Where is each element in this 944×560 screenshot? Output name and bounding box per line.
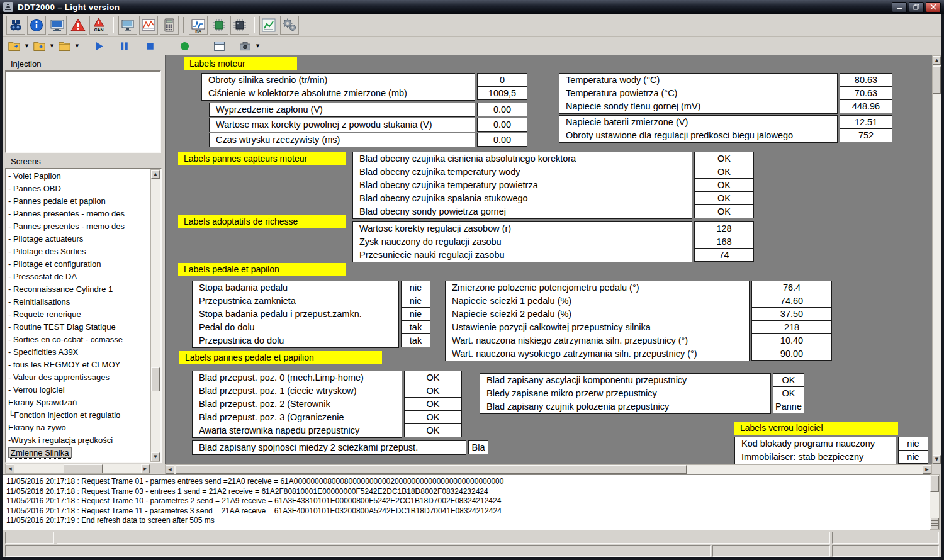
field-value: nie xyxy=(401,307,430,321)
field-value: nie xyxy=(401,281,430,294)
screens-list-item[interactable]: - Pressostat de DA xyxy=(6,271,150,283)
section-label-pedale: Labels pedale et papilon xyxy=(178,263,346,276)
field-value: nie xyxy=(401,294,430,308)
camera-dropdown-icon[interactable]: ▼ xyxy=(254,38,261,53)
scrollbar-thumb[interactable] xyxy=(933,66,941,94)
screen-broadcast-icon[interactable] xyxy=(48,16,67,35)
oscilloscope-icon[interactable] xyxy=(139,16,158,35)
screens-list-item[interactable]: - Verrou logiciel xyxy=(6,384,150,396)
scroll-down-button[interactable]: ▼ xyxy=(151,452,160,461)
log-options-button[interactable] xyxy=(930,518,939,529)
screens-list-item[interactable]: - Pilotage et configuration xyxy=(6,258,150,271)
form-icon[interactable] xyxy=(211,38,227,54)
can-warning-icon[interactable]: CAN xyxy=(89,16,108,35)
measurement-icon[interactable]: mA xyxy=(189,16,208,35)
fault-warning-icon[interactable] xyxy=(69,16,87,35)
stop-button[interactable] xyxy=(142,38,158,54)
scrollbar-track[interactable] xyxy=(933,65,941,455)
main-horizontal-scrollbar[interactable]: ◀ ▶ xyxy=(165,464,932,474)
main-vertical-scrollbar[interactable]: ▲ ▼ xyxy=(932,55,941,464)
screens-list-item-label: Pannes OBD xyxy=(13,184,61,193)
panel-moteur-injection-time: Czas wtrysku rzeczywisty (ms)0.00 xyxy=(209,133,527,147)
scroll-up-button[interactable]: ▲ xyxy=(933,56,941,65)
panel-tracks-consistency: Blad zapisany spojnosci miedzy 2 sciezka… xyxy=(192,440,488,455)
panel-label-box: Napiecie baterii zmierzone (V)Obroty ust… xyxy=(559,115,838,143)
scrollbar-track[interactable] xyxy=(151,179,160,452)
panel-temperatures: Temperatura wody (°C)Temperatura powietr… xyxy=(559,73,892,114)
scrollbar-track[interactable] xyxy=(14,464,141,473)
screens-list-item[interactable]: - Routine TEST Diag Statique xyxy=(6,321,150,333)
screens-list-item-label: Volet Papilon xyxy=(13,171,61,181)
play-button[interactable] xyxy=(91,38,106,54)
screens-list-item[interactable]: Zmienne Silnika xyxy=(6,447,150,459)
calculator-icon[interactable] xyxy=(160,16,179,35)
screens-list-item[interactable]: - Pannes presentes - memo des xyxy=(6,208,150,220)
scroll-left-button[interactable]: ◀ xyxy=(6,464,14,473)
screens-list-item-label: Valeur des apprentissages xyxy=(13,372,110,382)
pause-button[interactable] xyxy=(116,38,132,54)
field-label: Blad przepust. poz. 2 (Sterownik xyxy=(193,398,402,411)
screens-list-item[interactable]: - Specificities A39X xyxy=(6,346,150,359)
gears-icon[interactable] xyxy=(280,16,299,35)
record-button[interactable] xyxy=(177,38,193,54)
chip-green-icon[interactable] xyxy=(210,16,228,35)
field-value: OK xyxy=(404,397,462,411)
scrollbar-thumb[interactable] xyxy=(151,367,160,391)
screens-list-item[interactable]: - Sorties en co-ccbat - ccmasse xyxy=(6,333,150,346)
folder-export-icon[interactable] xyxy=(6,38,22,54)
scroll-down-button[interactable]: ▼ xyxy=(933,455,941,464)
find-icon[interactable] xyxy=(6,16,25,35)
section-label-moteur: Labels moteur xyxy=(184,57,297,70)
screens-list-item[interactable]: - Volet Papilon xyxy=(6,170,150,182)
screens-list-item[interactable]: - Reinitialisations xyxy=(6,296,150,308)
screens-list-item[interactable]: - Valeur des apprentissages xyxy=(6,371,150,384)
scroll-right-button[interactable]: ▶ xyxy=(141,464,150,473)
restore-button[interactable] xyxy=(909,2,924,13)
screens-list-item[interactable]: - Pilotage actuateurs xyxy=(6,233,150,245)
chip-dark-icon[interactable] xyxy=(230,16,249,35)
folder-export-dropdown-icon[interactable]: ▼ xyxy=(23,38,30,53)
folder-dropdown-icon[interactable]: ▼ xyxy=(74,38,81,53)
screens-list-item[interactable]: └Fonction injection et regulatio xyxy=(6,409,150,422)
scrollbar-thumb[interactable] xyxy=(176,465,687,474)
screens-list-item[interactable]: - Pannes presentes - memo des xyxy=(6,220,150,233)
field-label: Blad przepust. poz. 0 (mech.Limp-home) xyxy=(193,371,402,384)
screens-list-item[interactable]: - tous les REGMOY et CLMOY xyxy=(6,359,150,371)
minimize-button[interactable] xyxy=(892,2,907,13)
camera-icon[interactable] xyxy=(237,38,253,54)
scroll-up-button[interactable]: ▲ xyxy=(151,170,160,179)
app-window: DDT2000 – Light version CAN mA ▼ ▼ ▼ xyxy=(0,0,944,560)
scroll-right-button[interactable]: ▶ xyxy=(923,465,931,474)
scrollbar-thumb[interactable] xyxy=(930,476,939,492)
toolbar-separator xyxy=(254,17,255,33)
field-value: OK xyxy=(694,178,754,192)
folder-add-icon[interactable] xyxy=(31,38,47,54)
field-label: Napiecie sondy tlenu gornej (mV) xyxy=(559,100,837,113)
screens-list-item[interactable]: -Wtrysk i regulacja prędkości xyxy=(6,434,150,447)
monitor-icon[interactable] xyxy=(118,16,137,35)
section-label-verrou: Labels verrou logiciel xyxy=(734,422,898,435)
field-label: Przepustnica zamknieta xyxy=(193,294,398,308)
log-vertical-scrollbar[interactable] xyxy=(930,474,940,530)
screens-list-item[interactable]: - Requete renerique xyxy=(6,308,150,321)
folder-add-dropdown-icon[interactable]: ▼ xyxy=(48,38,55,53)
scrollbar-thumb[interactable] xyxy=(64,464,103,473)
title-bar[interactable]: DDT2000 – Light version xyxy=(0,0,944,14)
folder-icon[interactable] xyxy=(57,38,72,54)
scrollbar-track[interactable] xyxy=(174,465,923,474)
panel-verrou: Kod blokady programu nauczonyImmobilaise… xyxy=(734,437,928,464)
scrollbar-track[interactable] xyxy=(930,475,939,518)
screens-list-item[interactable]: - Pannes OBD xyxy=(6,182,150,195)
screens-list-item[interactable]: - Reconnaissance Cylindre 1 xyxy=(6,283,150,296)
sidebar-horizontal-scrollbar[interactable]: ◀ ▶ xyxy=(5,464,150,474)
screens-list-vertical-scrollbar[interactable]: ▲ ▼ xyxy=(150,169,160,462)
screens-list-item[interactable]: - Pannes pedale et papilon xyxy=(6,195,150,208)
scroll-left-button[interactable]: ◀ xyxy=(166,465,174,474)
chart-icon[interactable] xyxy=(259,16,278,35)
info-icon[interactable] xyxy=(27,16,46,35)
screens-list-item[interactable]: Ekrany na żywo xyxy=(6,422,150,434)
app-icon[interactable] xyxy=(3,2,13,12)
screens-list-item[interactable]: - Pilotage des Sorties xyxy=(6,245,150,258)
screens-list-item[interactable]: Ekrany Sprawdzań xyxy=(6,396,150,409)
close-button[interactable] xyxy=(926,2,941,13)
